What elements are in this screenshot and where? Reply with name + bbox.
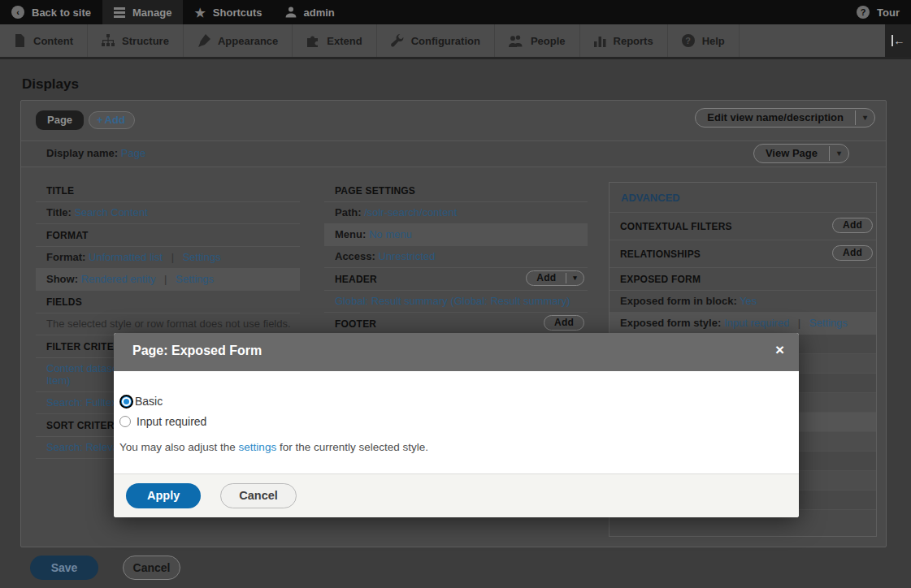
radio-input-required-label: Input required: [137, 415, 206, 428]
exposed-form-dialog: Page: Exposed Form × Basic Input require…: [114, 333, 799, 517]
dialog-titlebar: Page: Exposed Form ×: [114, 333, 799, 371]
radio-option-basic[interactable]: Basic: [119, 395, 783, 408]
dialog-body: Basic Input required You may also adjust…: [114, 371, 799, 453]
radio-basic-label: Basic: [135, 395, 163, 408]
dialog-title: Page: Exposed Form: [132, 344, 262, 358]
drupal-views-ui-screen: ‹ Back to site Manage ★ Shortcuts admin …: [0, 0, 911, 588]
note-text: You may also adjust the: [119, 441, 239, 453]
style-adjust-note: You may also adjust the settings for the…: [119, 441, 783, 453]
dialog-cancel-button[interactable]: Cancel: [220, 483, 297, 508]
radio-option-input-required[interactable]: Input required: [119, 415, 783, 428]
close-icon[interactable]: ×: [775, 342, 784, 357]
radio-unselected-icon[interactable]: [119, 416, 131, 427]
note-text: for the currently selected style.: [276, 441, 428, 453]
settings-link[interactable]: settings: [239, 441, 277, 453]
radio-selected-icon[interactable]: [122, 397, 131, 406]
dialog-buttonpane: Apply Cancel: [114, 473, 799, 517]
apply-button[interactable]: Apply: [126, 483, 201, 508]
